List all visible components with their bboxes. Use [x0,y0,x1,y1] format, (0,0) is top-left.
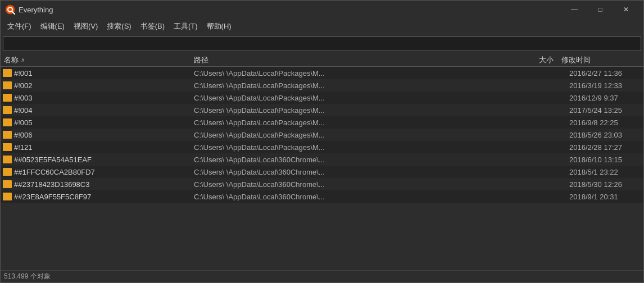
main-window: Everything — □ ✕ 文件(F)编辑(E)视图(V)搜索(S)书签(… [0,0,644,283]
menu-item[interactable]: 视图(V) [69,20,102,33]
file-name: #!121 [14,143,33,152]
menu-bar: 文件(F)编辑(E)视图(V)搜索(S)书签(B)工具(T)帮助(H) [1,19,643,34]
folder-icon [3,156,12,163]
file-name: #!006 [14,131,33,139]
status-bar: 513,499 个对象 [1,270,643,282]
maximize-button[interactable]: □ [587,1,613,19]
file-name-cell: ##23718423D13698C3 [1,180,192,189]
title-bar: Everything — □ ✕ [1,1,643,19]
file-path-cell: C:\Users\ \AppData\Local\Packages\M... [192,131,531,139]
svg-line-2 [12,12,15,14]
search-input[interactable] [3,36,641,51]
table-row[interactable]: #!002C:\Users\ \AppData\Local\Packages\M… [1,79,643,92]
close-button[interactable]: ✕ [613,1,639,19]
file-date-cell: 2018/6/10 13:15 [565,156,643,164]
file-path-cell: C:\Users\ \AppData\Local\360Chrome\... [192,156,531,164]
file-name-cell: ##0523E5FA54A51EAF [1,156,192,164]
folder-icon [3,131,12,139]
file-date-cell: 2018/9/1 20:31 [565,193,643,201]
file-name: ##1FFCC60CA2B80FD7 [14,168,95,176]
table-row[interactable]: ##0523E5FA54A51EAFC:\Users\ \AppData\Loc… [1,153,643,166]
file-path-cell: C:\Users\ \AppData\Local\Packages\M... [192,118,531,127]
window-title: Everything [19,6,561,14]
folder-icon [3,69,12,77]
file-name: #!001 [14,69,33,77]
minimize-button[interactable]: — [561,1,587,19]
file-path-cell: C:\Users\ \AppData\Local\Packages\M... [192,106,531,115]
file-date-cell: 2017/5/24 13:25 [565,106,643,115]
col-date-header[interactable]: 修改时间 [557,55,636,65]
file-table: 名称 ∧ 路径 大小 修改时间 #!001C:\Users\ \AppData\… [1,53,643,270]
file-name: ##23718423D13698C3 [14,180,89,189]
folder-icon [3,106,12,114]
file-name-cell: #!001 [1,69,192,77]
folder-icon [3,81,12,89]
file-date-cell: 2016/3/19 12:33 [565,81,643,90]
file-name: #!004 [14,106,33,115]
col-size-header[interactable]: 大小 [523,55,557,65]
table-row[interactable]: #!006C:\Users\ \AppData\Local\Packages\M… [1,129,643,141]
file-name: #!002 [14,81,33,90]
file-date-cell: 2016/2/28 17:27 [565,143,643,152]
file-date-cell: 2018/5/1 23:22 [565,168,643,176]
table-row[interactable]: #!003C:\Users\ \AppData\Local\Packages\M… [1,92,643,104]
file-path-cell: C:\Users\ \AppData\Local\Packages\M... [192,94,531,102]
file-name-cell: #!004 [1,106,192,115]
file-name: #!003 [14,94,33,102]
file-path-cell: C:\Users\ \AppData\Local\360Chrome\... [192,193,531,201]
file-date-cell: 2016/12/9 9:37 [565,94,643,102]
folder-icon [3,168,12,176]
folder-icon [3,94,12,102]
file-name-cell: #!121 [1,143,192,152]
folder-icon [3,180,12,188]
menu-item[interactable]: 工具(T) [169,20,202,33]
table-row[interactable]: #!001C:\Users\ \AppData\Local\Packages\M… [1,67,643,79]
menu-item[interactable]: 文件(F) [3,20,36,33]
file-path-cell: C:\Users\ \AppData\Local\Packages\M... [192,69,531,77]
file-path-cell: C:\Users\ \AppData\Local\Packages\M... [192,81,531,90]
file-name-cell: #!003 [1,94,192,102]
col-name-header[interactable]: 名称 ∧ [1,55,192,65]
app-icon [5,4,15,15]
status-text: 513,499 个对象 [4,272,51,281]
folder-icon [3,193,12,200]
folder-icon [3,143,12,151]
table-row[interactable]: #!004C:\Users\ \AppData\Local\Packages\M… [1,104,643,116]
file-name: ##23E8A9F55F5C8F97 [14,193,91,201]
sort-arrow-icon: ∧ [21,57,25,63]
window-controls: — □ ✕ [561,1,639,19]
folder-icon [3,118,12,126]
file-name: #!005 [14,118,33,127]
file-path-cell: C:\Users\ \AppData\Local\360Chrome\... [192,180,531,189]
menu-item[interactable]: 书签(B) [136,20,169,33]
file-name-cell: #!006 [1,131,192,139]
table-row[interactable]: ##23E8A9F55F5C8F97C:\Users\ \AppData\Loc… [1,190,643,203]
file-name-cell: #!002 [1,81,192,90]
file-path-cell: C:\Users\ \AppData\Local\Packages\M... [192,143,531,152]
table-row[interactable]: #!121C:\Users\ \AppData\Local\Packages\M… [1,141,643,153]
table-row[interactable]: #!005C:\Users\ \AppData\Local\Packages\M… [1,116,643,129]
menu-item[interactable]: 编辑(E) [36,20,69,33]
file-path-cell: C:\Users\ \AppData\Local\360Chrome\... [192,168,531,176]
file-date-cell: 2018/5/26 23:03 [565,131,643,139]
file-name: ##0523E5FA54A51EAF [14,156,92,164]
file-name-cell: #!005 [1,118,192,127]
table-row[interactable]: ##23718423D13698C3C:\Users\ \AppData\Loc… [1,178,643,190]
search-bar [1,34,643,53]
file-date-cell: 2016/9/8 22:25 [565,118,643,127]
table-body[interactable]: #!001C:\Users\ \AppData\Local\Packages\M… [1,67,643,270]
col-path-header[interactable]: 路径 [192,55,523,65]
file-date-cell: 2018/5/30 12:26 [565,180,643,189]
table-row[interactable]: ##1FFCC60CA2B80FD7C:\Users\ \AppData\Loc… [1,166,643,178]
table-header: 名称 ∧ 路径 大小 修改时间 [1,53,643,67]
file-name-cell: ##23E8A9F55F5C8F97 [1,193,192,201]
menu-item[interactable]: 搜索(S) [102,20,135,33]
menu-item[interactable]: 帮助(H) [202,20,236,33]
file-name-cell: ##1FFCC60CA2B80FD7 [1,168,192,176]
file-date-cell: 2016/2/27 11:36 [565,69,643,77]
